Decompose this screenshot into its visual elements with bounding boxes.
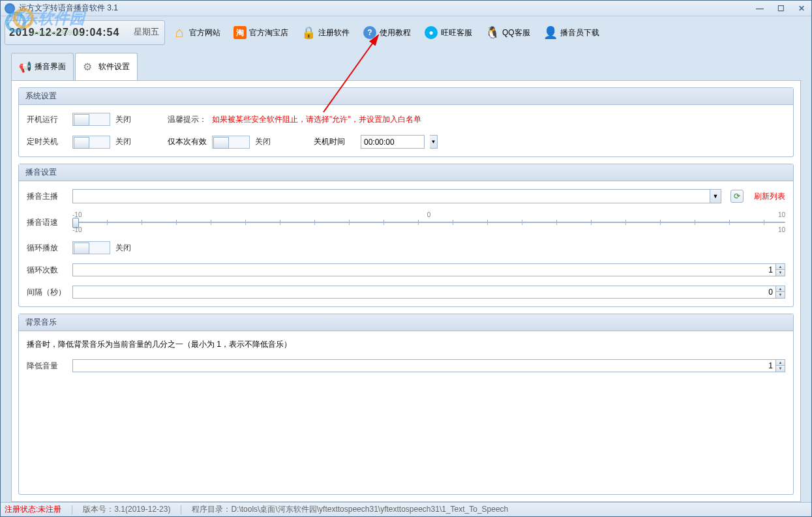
maximize-button[interactable]: ☐ [775, 4, 787, 13]
timed-shutdown-label: 定时关机 [27, 136, 67, 147]
boot-run-state: 关闭 [115, 114, 131, 125]
timed-shutdown-toggle[interactable] [72, 136, 110, 149]
toolbar: 2019-12-27 09:04:54 星期五 官方网站 淘 官方淘宝店 注册软… [1, 16, 811, 49]
titlebar: 远方文字转语音播音软件 3.1 — ☐ ✕ [1, 1, 811, 16]
timed-shutdown-state: 关闭 [115, 136, 131, 147]
loop-play-label: 循环播放 [27, 243, 67, 254]
bgm-title: 背景音乐 [19, 314, 793, 331]
window-title: 远方文字转语音播音软件 3.1 [19, 3, 754, 14]
once-only-state: 关闭 [255, 136, 271, 147]
qq-icon [485, 25, 500, 40]
gear-icon [83, 61, 96, 74]
spinner-up[interactable]: ▲ [776, 360, 785, 366]
megaphone-icon [19, 61, 32, 74]
dir-label: 程序目录： [192, 505, 231, 514]
speed-slider[interactable]: -10 0 10 -10 10 [72, 213, 785, 232]
version-label: 版本号： [83, 505, 114, 514]
loop-play-toggle[interactable] [72, 241, 110, 254]
once-only-toggle[interactable] [212, 136, 250, 149]
bgm-description: 播音时，降低背景音乐为当前音量的几分之一（最小为 1，表示不降低音乐） [27, 339, 292, 350]
close-button[interactable]: ✕ [796, 4, 807, 13]
boot-run-label: 开机运行 [27, 114, 67, 125]
tab-settings[interactable]: 软件设置 [75, 53, 138, 80]
once-only-label: 仅本次有效 [168, 136, 207, 147]
speed-label: 播音语速 [27, 217, 67, 228]
reduce-volume-label: 降低音量 [27, 361, 67, 372]
loop-count-input[interactable]: 1 ▲▼ [72, 263, 785, 276]
system-settings-group: 系统设置 开机运行 关闭 温馨提示： 如果被某些安全软件阻止，请选择"允许"，并… [18, 87, 794, 157]
reg-status-value: 未注册 [38, 505, 61, 514]
announcer-icon [543, 25, 558, 40]
reg-status-label: 注册状态: [5, 505, 38, 514]
chevron-down-icon: ▼ [710, 190, 721, 203]
tutorial-button[interactable]: ? 使用教程 [357, 20, 417, 45]
app-icon [5, 3, 15, 14]
broadcast-settings-group: 播音设置 播音主播 ▼ ⟳ 刷新列表 播音语速 -10 [18, 164, 794, 307]
boot-run-toggle[interactable] [72, 113, 110, 126]
interval-label: 间隔（秒） [27, 287, 67, 298]
warning-text: 如果被某些安全软件阻止，请选择"允许"，并设置加入白名单 [212, 114, 421, 125]
reduce-volume-input[interactable]: 1 ▲▼ [72, 359, 785, 372]
tabs-row: 播音界面 软件设置 [11, 53, 801, 80]
shutdown-time-label: 关机时间 [314, 136, 345, 147]
spinner-down[interactable]: ▼ [776, 292, 785, 298]
loop-play-state: 关闭 [115, 243, 131, 254]
home-icon [172, 25, 187, 40]
official-site-button[interactable]: 官方网站 [166, 20, 226, 45]
refresh-list-button[interactable]: ⟳ [730, 190, 744, 203]
wangwang-icon: ● [425, 26, 438, 39]
loop-count-label: 循环次数 [27, 265, 67, 276]
qq-service-button[interactable]: QQ客服 [479, 20, 536, 45]
tab-broadcast[interactable]: 播音界面 [11, 53, 74, 80]
taobao-icon: 淘 [233, 26, 247, 39]
statusbar: 注册状态:未注册 版本号：3.1(2019-12-23) 程序目录：D:\too… [1, 502, 811, 516]
broadcast-settings-title: 播音设置 [19, 164, 793, 181]
settings-panel: 系统设置 开机运行 关闭 温馨提示： 如果被某些安全软件阻止，请选择"允许"，并… [11, 80, 801, 502]
anchor-label: 播音主播 [27, 191, 67, 202]
register-button[interactable]: 注册软件 [295, 20, 355, 45]
spinner-down[interactable]: ▼ [776, 270, 785, 276]
lock-icon [301, 25, 316, 40]
datetime-display: 2019-12-27 09:04:54 星期五 [5, 20, 165, 45]
minimize-button[interactable]: — [754, 4, 766, 13]
wangwang-service-button[interactable]: ● 旺旺客服 [418, 20, 478, 45]
dir-value: D:\tools\桌面\河东软件园\yftexttospeech31\yftex… [231, 505, 508, 514]
shutdown-time-input[interactable] [361, 135, 425, 149]
spinner-up[interactable]: ▲ [776, 286, 785, 292]
version-value: 3.1(2019-12-23) [114, 505, 170, 514]
weekday-text: 星期五 [134, 26, 159, 38]
main-window: 远方文字转语音播音软件 3.1 — ☐ ✕ 河东软件园 www.pc0359.c… [0, 0, 812, 517]
shutdown-time-dropdown[interactable]: ▼ [430, 135, 438, 149]
spinner-down[interactable]: ▼ [776, 366, 785, 372]
anchor-select[interactable]: ▼ [72, 189, 721, 203]
bgm-group: 背景音乐 播音时，降低背景音乐为当前音量的几分之一（最小为 1，表示不降低音乐）… [18, 314, 794, 495]
system-settings-title: 系统设置 [19, 88, 793, 105]
help-icon: ? [363, 26, 376, 39]
spinner-up[interactable]: ▲ [776, 264, 785, 270]
content-area: 播音界面 软件设置 系统设置 开机运行 关闭 温馨提示： 如果被某些安全软件阻止… [1, 49, 811, 502]
refresh-list-label: 刷新列表 [754, 191, 785, 202]
announcer-download-button[interactable]: 播音员下载 [537, 20, 605, 45]
interval-input[interactable]: 0 ▲▼ [72, 286, 785, 299]
warning-prefix: 温馨提示： [168, 114, 207, 125]
taobao-shop-button[interactable]: 淘 官方淘宝店 [228, 20, 294, 45]
